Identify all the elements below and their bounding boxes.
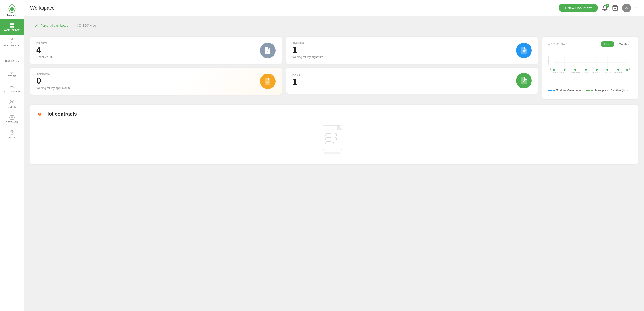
hot-contracts-header: Hot contracts	[36, 111, 632, 117]
legend-total-label: Total workflows done	[556, 89, 581, 92]
approval-card[interactable]: APPROVAL 0 Waiting for my approval: 0	[30, 68, 282, 95]
svg-rect-8	[10, 54, 12, 56]
svg-rect-9	[12, 54, 14, 56]
svg-rect-3	[12, 23, 14, 25]
main-content: Personal dashboard 360° view DRAFTS	[24, 16, 644, 311]
approval-value: 0	[36, 76, 70, 85]
done-icon	[516, 73, 532, 88]
svg-point-20	[36, 24, 37, 26]
page-title: Workspace	[30, 5, 558, 11]
tab-personal-dashboard[interactable]: Personal dashboard	[30, 21, 72, 31]
svg-point-51	[574, 69, 576, 71]
approval-label: APPROVAL	[36, 73, 70, 76]
tab-personal-label: Personal dashboard	[40, 24, 68, 27]
done-card[interactable]: DONE 1	[286, 68, 538, 94]
signing-sub: Waiting for my signature: 1	[292, 55, 327, 59]
sidebar-item-workspace[interactable]: WORKSPACE	[0, 19, 24, 35]
automation-icon	[9, 84, 15, 90]
tab-bar: Personal dashboard 360° view	[30, 21, 638, 31]
store-label: STORE	[8, 75, 16, 78]
drafts-value: 4	[36, 46, 52, 54]
done-label: DONE	[292, 74, 300, 77]
drafts-label: DRAFTS	[36, 42, 52, 45]
empty-contracts-container	[36, 122, 632, 158]
svg-text:24.06.2022: 24.06.2022	[550, 72, 558, 74]
sidebar-item-users[interactable]: USERS	[0, 96, 24, 111]
workflows-chart-card: WORKFLOWS Daily Monthly 4 0 4	[542, 37, 638, 99]
hot-contracts-title: Hot contracts	[45, 111, 77, 117]
draft-doc-icon	[264, 46, 272, 54]
svg-text:A: A	[11, 41, 13, 43]
svg-text:28.06.2022: 28.06.2022	[592, 72, 601, 74]
done-info: DONE 1	[292, 74, 300, 87]
toggle-monthly-button[interactable]: Monthly	[615, 41, 632, 47]
right-stat-col: SIGNING 1 Waiting for my signature: 1	[286, 37, 538, 95]
svg-rect-2	[10, 23, 12, 25]
svg-text:0: 0	[550, 68, 552, 70]
svg-point-50	[564, 69, 566, 71]
svg-point-52	[585, 69, 587, 71]
svg-text:0: 0	[629, 68, 630, 70]
svg-point-16	[11, 116, 13, 118]
main-area: Workspace + New Document 29 JG	[24, 0, 644, 311]
user-avatar-button[interactable]: JG	[622, 4, 631, 12]
svg-point-18	[12, 134, 12, 134]
logo-text: Avokaado	[6, 14, 17, 16]
sidebar-nav: WORKSPACE A DOCUMENTS TEMPLATES	[0, 19, 24, 311]
documents-icon: A	[9, 38, 15, 44]
tab-360-view[interactable]: 360° view	[72, 21, 101, 31]
svg-text:29.06.2022: 29.06.2022	[603, 72, 612, 74]
signing-icon	[516, 43, 532, 58]
new-document-button[interactable]: + New Document	[558, 4, 598, 12]
svg-rect-10	[10, 56, 12, 58]
cart-icon	[612, 5, 618, 11]
user-menu-chevron[interactable]	[633, 5, 638, 10]
svg-point-15	[12, 101, 14, 102]
signing-doc-icon	[520, 46, 528, 54]
documents-label: DOCUMENTS	[4, 44, 20, 47]
sidebar-item-automation[interactable]: AUTOMATION	[0, 81, 24, 96]
toggle-daily-button[interactable]: Daily	[601, 41, 614, 47]
approval-info: APPROVAL 0 Waiting for my approval: 0	[36, 73, 70, 90]
svg-rect-22	[80, 24, 80, 25]
header: Workspace + New Document 29 JG	[24, 0, 644, 16]
automation-label: AUTOMATION	[4, 90, 20, 93]
help-label: HELP	[9, 136, 15, 139]
sidebar-item-help[interactable]: HELP	[0, 126, 24, 142]
done-doc-icon	[520, 77, 528, 85]
approval-doc-icon	[264, 77, 272, 85]
header-actions: + New Document 29 JG	[558, 4, 638, 12]
signing-value: 1	[292, 46, 327, 54]
done-value: 1	[292, 78, 300, 86]
sidebar-item-store[interactable]: STORE	[0, 65, 24, 81]
chart-header: WORKFLOWS Daily Monthly	[548, 41, 632, 47]
templates-icon	[9, 53, 15, 59]
chart-area: 4 0 4 0 Total workflows	[548, 51, 632, 92]
svg-point-53	[596, 69, 598, 71]
signing-label: SIGNING	[292, 42, 327, 45]
sidebar-item-templates[interactable]: TEMPLATES	[0, 50, 24, 65]
avokaado-logo-icon	[7, 4, 17, 13]
flame-icon	[36, 111, 43, 117]
svg-point-55	[617, 69, 619, 71]
signing-card[interactable]: SIGNING 1 Waiting for my signature: 1	[286, 37, 538, 64]
cart-button[interactable]	[612, 5, 618, 11]
grid-icon	[77, 24, 81, 28]
svg-rect-23	[78, 26, 79, 27]
drafts-card[interactable]: DRAFTS 4 Received: 0	[30, 37, 282, 64]
svg-point-56	[626, 69, 628, 71]
svg-point-54	[606, 69, 608, 71]
left-stat-col: DRAFTS 4 Received: 0	[30, 37, 282, 95]
workspace-label: WORKSPACE	[4, 29, 20, 32]
drafts-icon	[260, 43, 276, 58]
notification-count: 29	[605, 4, 609, 8]
svg-text:27.06.2022: 27.06.2022	[582, 72, 591, 74]
chevron-down-icon	[633, 5, 638, 10]
approval-icon	[260, 74, 276, 89]
sidebar-item-settings[interactable]: SETTINGS	[0, 111, 24, 126]
sidebar-item-documents[interactable]: A DOCUMENTS	[0, 35, 24, 50]
svg-text:26.06.2022: 26.06.2022	[571, 72, 580, 74]
svg-point-17	[10, 130, 14, 135]
tab-360-label: 360° view	[83, 24, 96, 27]
notifications-button[interactable]: 29	[602, 5, 608, 11]
